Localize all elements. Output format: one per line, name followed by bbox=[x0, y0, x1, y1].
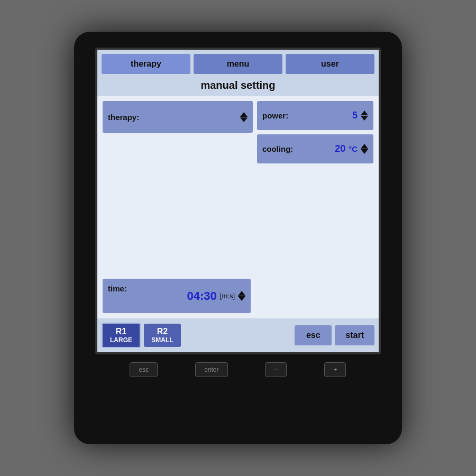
bottom-bar: R1 LARGE R2 SMALL esc start bbox=[97, 318, 379, 352]
middle-spacer bbox=[103, 168, 373, 274]
r1-size: LARGE bbox=[110, 336, 132, 344]
therapy-field-label: therapy: bbox=[108, 113, 139, 122]
page-title: manual setting bbox=[97, 74, 379, 96]
power-label: power: bbox=[262, 111, 288, 120]
hw-plus-button[interactable]: + bbox=[324, 362, 346, 377]
power-value: 5 bbox=[352, 110, 358, 121]
time-arrow-down-icon[interactable] bbox=[238, 296, 245, 301]
r2-label: R2 bbox=[157, 327, 168, 336]
hw-esc-button[interactable]: esc bbox=[130, 362, 158, 377]
power-spinner[interactable] bbox=[361, 111, 368, 121]
cooling-value: 20 bbox=[335, 143, 345, 154]
device-body: therapy menu user manual setting therapy… bbox=[74, 32, 402, 444]
hw-enter-button[interactable]: enter bbox=[195, 362, 227, 377]
cooling-arrow-down-icon[interactable] bbox=[361, 149, 368, 154]
nav-user-button[interactable]: user bbox=[286, 54, 374, 74]
cooling-control[interactable]: cooling: 20 °C bbox=[257, 134, 373, 163]
cooling-label: cooling: bbox=[262, 144, 293, 153]
cooling-unit: °C bbox=[349, 144, 358, 153]
nav-menu-button[interactable]: menu bbox=[194, 54, 282, 74]
cooling-value-group: 20 °C bbox=[335, 143, 368, 154]
r1-label: R1 bbox=[116, 327, 126, 336]
power-arrow-down-icon[interactable] bbox=[361, 116, 368, 121]
power-arrow-up-icon[interactable] bbox=[361, 111, 368, 115]
power-value-group: 5 bbox=[352, 110, 368, 121]
top-controls: therapy: power: 5 bbox=[103, 101, 373, 163]
time-value: 04:30 bbox=[187, 289, 217, 303]
receptor-r2-button[interactable]: R2 SMALL bbox=[144, 324, 181, 347]
cooling-spinner[interactable] bbox=[361, 144, 368, 154]
therapy-arrow-down-icon[interactable] bbox=[240, 117, 248, 122]
therapy-selector[interactable]: therapy: bbox=[103, 101, 253, 133]
therapy-arrow-up-icon[interactable] bbox=[240, 112, 248, 117]
right-controls: power: 5 cooling: 20 bbox=[257, 101, 373, 163]
time-arrow-up-icon[interactable] bbox=[238, 291, 245, 296]
therapy-spinner[interactable] bbox=[240, 112, 248, 122]
time-control[interactable]: time: 04:30 [m:s] bbox=[103, 279, 251, 313]
time-value-group: 04:30 [m:s] bbox=[187, 289, 245, 303]
hw-minus-button[interactable]: − bbox=[265, 362, 287, 377]
time-label: time: bbox=[108, 282, 127, 293]
time-row: time: 04:30 [m:s] bbox=[103, 279, 373, 313]
nav-bar: therapy menu user bbox=[97, 50, 379, 74]
device-bottom-buttons: esc enter − + bbox=[90, 354, 386, 377]
receptor-r1-button[interactable]: R1 LARGE bbox=[102, 323, 141, 348]
screen: therapy menu user manual setting therapy… bbox=[95, 48, 381, 354]
esc-button[interactable]: esc bbox=[295, 325, 332, 345]
r2-size: SMALL bbox=[151, 336, 173, 344]
start-button[interactable]: start bbox=[335, 325, 374, 345]
nav-therapy-button[interactable]: therapy bbox=[102, 54, 190, 74]
power-control[interactable]: power: 5 bbox=[257, 101, 373, 130]
cooling-arrow-up-icon[interactable] bbox=[361, 144, 368, 149]
content-area: therapy: power: 5 bbox=[97, 96, 379, 318]
time-unit: [m:s] bbox=[220, 292, 235, 300]
time-spinner[interactable] bbox=[238, 291, 245, 301]
